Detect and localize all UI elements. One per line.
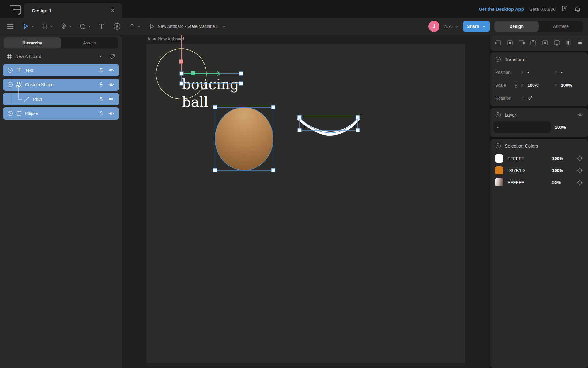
layer-opacity-field[interactable]: 100% xyxy=(555,125,566,130)
shape-tool-button[interactable] xyxy=(79,23,91,30)
document-tab[interactable]: Design 1 xyxy=(24,3,122,18)
topbar: Design 1 Get the Desktop App Beta 0.8.98… xyxy=(0,0,588,18)
section-collapse-icon[interactable] xyxy=(495,56,501,62)
align-right-icon[interactable] xyxy=(518,40,525,46)
play-button[interactable] xyxy=(148,23,155,30)
unlock-icon[interactable] xyxy=(98,110,104,117)
layer-row-ellipse[interactable]: Ellipse xyxy=(3,107,119,120)
text-tool-button[interactable]: T xyxy=(99,23,104,30)
expand-chevron-icon[interactable] xyxy=(7,67,13,73)
color-swatch[interactable] xyxy=(495,166,503,174)
selection-colors-header[interactable]: Selection Colors xyxy=(490,139,588,152)
toolbar: T New Artboard - State Machine 1 xyxy=(0,18,588,35)
export-chevron-icon[interactable] xyxy=(137,25,141,28)
events-tool-button[interactable] xyxy=(113,22,121,30)
artboard-row[interactable]: New Artboard xyxy=(0,51,122,62)
color-target-icon[interactable] xyxy=(576,179,583,186)
notifications-bell-icon[interactable] xyxy=(574,5,581,13)
position-x-field[interactable]: - xyxy=(528,70,555,75)
feedback-icon[interactable] xyxy=(561,5,568,13)
rive-logo-icon[interactable] xyxy=(8,3,22,15)
artboard-tool-chevron-icon[interactable] xyxy=(50,25,53,28)
main-menu-button[interactable] xyxy=(7,23,14,29)
zoom-control[interactable]: 78% xyxy=(444,24,458,29)
unlock-icon[interactable] xyxy=(98,96,104,102)
color-opacity-field[interactable]: 100% xyxy=(552,156,576,161)
visibility-eye-icon[interactable] xyxy=(108,82,114,88)
align-top-icon[interactable] xyxy=(530,40,537,46)
pen-tool-chevron-icon[interactable] xyxy=(69,25,72,28)
unlock-icon[interactable] xyxy=(98,82,104,88)
visibility-eye-icon[interactable] xyxy=(108,96,114,102)
custom-shape-icon xyxy=(16,81,22,88)
unlock-icon[interactable] xyxy=(98,67,104,73)
tab-design[interactable]: Design xyxy=(494,21,539,32)
color-hex-value[interactable]: FFFFFF xyxy=(507,180,552,185)
blend-mode-input[interactable]: - xyxy=(493,121,551,133)
section-collapse-icon[interactable] xyxy=(495,143,501,149)
pen-tool-button[interactable] xyxy=(60,23,72,30)
color-hex-value[interactable]: FFFFFF xyxy=(507,156,552,161)
distribute-vertical-icon[interactable] xyxy=(576,40,584,46)
tab-animate[interactable]: Animate xyxy=(539,21,583,32)
scale-y-field[interactable]: 100% xyxy=(561,83,588,88)
tab-hierarchy[interactable]: Hierarchy xyxy=(4,37,61,48)
text-tool-glyph: T xyxy=(99,23,104,30)
select-tool-button[interactable] xyxy=(22,23,34,30)
inspector-panel: Transform Position X - Y - Scale xyxy=(490,35,588,368)
artboard-tool-button[interactable] xyxy=(41,23,53,30)
layer-visibility-eye-icon[interactable] xyxy=(577,112,583,118)
color-hex-value[interactable]: D37B1D xyxy=(507,168,552,173)
color-swatch-gradient[interactable] xyxy=(495,178,503,186)
share-chevron-icon xyxy=(482,25,486,28)
align-bottom-icon[interactable] xyxy=(553,40,560,46)
state-machine-chevron-icon[interactable] xyxy=(222,25,226,28)
position-y-field[interactable]: - xyxy=(561,70,588,75)
transform-header[interactable]: Transform xyxy=(490,52,588,66)
state-machine-selector[interactable]: New Artboard - State Machine 1 xyxy=(158,24,226,29)
select-tool-chevron-icon[interactable] xyxy=(31,25,34,28)
color-target-icon[interactable] xyxy=(576,167,583,174)
close-icon[interactable] xyxy=(110,8,115,13)
panel-tabs: Hierarchy Assets xyxy=(4,37,118,48)
scale-link-icon[interactable] xyxy=(514,82,521,88)
tree-connector-elbow xyxy=(18,99,22,100)
align-left-icon[interactable] xyxy=(495,40,502,46)
layer-title: Layer xyxy=(505,112,516,117)
color-opacity-field[interactable]: 50% xyxy=(552,180,576,185)
layer-row-text[interactable]: T Text xyxy=(3,64,119,76)
tab-assets[interactable]: Assets xyxy=(61,37,118,48)
transform-section: Transform Position X - Y - Scale xyxy=(490,52,588,106)
canvas[interactable]: New Artboard boucingball xyxy=(123,35,490,368)
y-axis-label: Y xyxy=(555,70,561,75)
visibility-eye-icon[interactable] xyxy=(108,110,114,117)
artboard-play-icon[interactable] xyxy=(148,37,151,41)
color-row: FFFFFF 100% xyxy=(490,152,588,164)
scale-x-field[interactable]: 100% xyxy=(528,83,555,88)
color-target-icon[interactable] xyxy=(576,155,583,162)
tag-icon[interactable] xyxy=(109,54,115,59)
zoom-chevron-icon[interactable] xyxy=(455,25,458,28)
color-opacity-field[interactable]: 100% xyxy=(552,168,576,173)
get-desktop-app-link[interactable]: Get the Desktop App xyxy=(479,6,524,12)
avatar[interactable]: J xyxy=(428,21,439,32)
align-vertical-center-icon[interactable] xyxy=(541,40,549,46)
shape-tool-chevron-icon[interactable] xyxy=(88,25,91,28)
share-label: Share xyxy=(467,24,479,29)
layer-row-custom-shape[interactable]: Custom Shape xyxy=(3,79,119,91)
hierarchy-panel: Hierarchy Assets New Artboard xyxy=(0,35,122,368)
distribute-horizontal-icon[interactable] xyxy=(565,40,572,46)
align-horizontal-center-icon[interactable] xyxy=(506,40,514,46)
color-swatch[interactable] xyxy=(495,154,503,163)
visibility-eye-icon[interactable] xyxy=(108,67,114,73)
hierarchy-tab-label: Hierarchy xyxy=(22,40,42,45)
artboard-chevron-icon[interactable] xyxy=(98,54,103,59)
section-collapse-icon[interactable] xyxy=(495,112,501,118)
y-axis-label: Y xyxy=(555,83,561,88)
export-button[interactable] xyxy=(128,23,141,30)
canvas-text-object[interactable]: boucingball xyxy=(182,75,239,111)
rotation-field[interactable]: 0° xyxy=(528,96,556,101)
layer-header[interactable]: Layer xyxy=(490,108,588,121)
share-button[interactable]: Share xyxy=(463,21,490,32)
artboard-label[interactable]: New Artboard xyxy=(148,36,184,42)
